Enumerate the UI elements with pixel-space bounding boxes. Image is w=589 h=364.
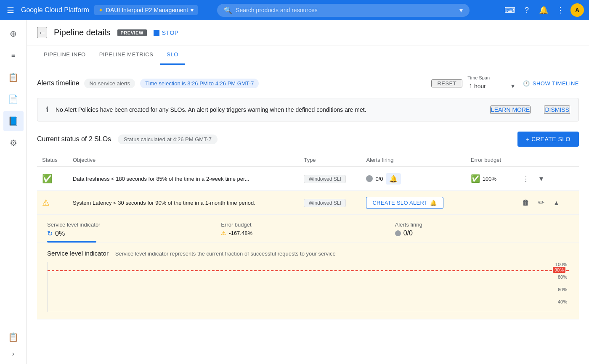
info-banner: ℹ No Alert Policies have been created fo… bbox=[37, 98, 579, 121]
top-nav: ☰ Google Cloud Platform ✦ DAUI Interpod … bbox=[0, 0, 589, 20]
menu-icon[interactable]: ☰ bbox=[5, 3, 16, 17]
tab-pipeline-info[interactable]: PIPELINE INFO bbox=[37, 45, 93, 65]
reset-button[interactable]: RESET bbox=[431, 79, 462, 87]
time-span-chevron-icon: ▾ bbox=[511, 82, 515, 90]
preview-badge: PREVIEW bbox=[117, 29, 147, 36]
back-button[interactable]: ← bbox=[37, 27, 47, 38]
row2-actions-cell: 🗑 ✏ ▴ bbox=[514, 191, 579, 215]
sidebar-item-target[interactable]: ⊕ bbox=[3, 24, 24, 44]
row2-delete-button[interactable]: 🗑 bbox=[519, 196, 533, 209]
stop-button[interactable]: STOP bbox=[154, 29, 179, 36]
project-dot: ✦ bbox=[98, 7, 103, 13]
row1-gray-circle bbox=[366, 175, 373, 182]
row2-collapse-button[interactable]: ▴ bbox=[549, 196, 563, 209]
row1-type-cell: Windowed SLI bbox=[299, 167, 361, 191]
slo-expanded-metrics-row: Service level indicator ↻ 0% Error budge… bbox=[37, 215, 579, 243]
create-slo-button[interactable]: + CREATE SLO bbox=[517, 132, 579, 147]
tab-slo[interactable]: SLO bbox=[160, 45, 185, 65]
help-icon[interactable]: ? bbox=[520, 3, 533, 17]
alerts-firing-value-text: 0/0 bbox=[403, 229, 413, 237]
row1-budget-ok-icon: ✅ bbox=[471, 174, 480, 183]
search-icon: 🔍 bbox=[224, 6, 232, 14]
sidebar-item-document[interactable]: 📋 bbox=[3, 67, 24, 87]
threshold-line bbox=[48, 270, 569, 271]
y-label-40: 40% bbox=[558, 299, 567, 304]
row2-alerts-cell: CREATE SLO ALERT 🔔 bbox=[361, 191, 465, 215]
document-icon: 📋 bbox=[8, 72, 19, 82]
data-doc-icon: 📘 bbox=[8, 116, 19, 126]
row2-status-warn-icon: ⚠ bbox=[42, 198, 50, 207]
more-options-icon[interactable]: ⋮ bbox=[554, 3, 567, 17]
y-label-80: 80% bbox=[558, 274, 567, 280]
sidebar-item-clipboard[interactable]: 📋 bbox=[3, 327, 24, 347]
nav-actions: ⌨ ? 🔔 ⋮ A bbox=[503, 3, 584, 17]
create-slo-alert-label: CREATE SLO ALERT bbox=[372, 200, 427, 206]
row1-actions-cell: ⋮ ▾ bbox=[514, 167, 579, 191]
sidebar-bottom: 📋 › bbox=[3, 327, 24, 364]
avatar[interactable]: A bbox=[570, 3, 584, 17]
status-calculated-chip: Status calculated at 4:26 PM GMT-7 bbox=[118, 135, 218, 144]
show-timeline-label: SHOW TIMELINE bbox=[533, 80, 579, 87]
code-icon[interactable]: ⌨ bbox=[503, 3, 517, 17]
row1-alerts-cell: 0/0 🔔 bbox=[361, 167, 465, 191]
error-budget-metric-label: Error budget bbox=[221, 222, 385, 228]
create-slo-alert-bell-icon: 🔔 bbox=[430, 200, 437, 206]
search-dropdown-icon[interactable]: ▾ bbox=[459, 6, 463, 14]
learn-more-button[interactable]: LEARN MORE bbox=[490, 106, 531, 114]
hierarchy-icon: ⚙ bbox=[10, 138, 17, 148]
clipboard-icon: 📋 bbox=[8, 332, 19, 342]
search-bar[interactable]: 🔍 ▾ bbox=[217, 4, 470, 17]
notifications-icon[interactable]: 🔔 bbox=[537, 3, 550, 17]
error-budget-value-text: -167.48% bbox=[229, 230, 252, 236]
row1-bell-button[interactable]: 🔔 bbox=[386, 173, 401, 185]
project-selector[interactable]: ✦ DAUI Interpod P2 Management ▾ bbox=[94, 5, 198, 15]
col-type: Type bbox=[299, 153, 361, 167]
page-title: Pipeline details bbox=[54, 28, 111, 37]
alerts-firing-metric-value: 0/0 bbox=[395, 229, 559, 237]
row2-edit-button[interactable]: ✏ bbox=[534, 196, 548, 209]
row2-objective-cell: System Latency < 30 seconds for 90% of t… bbox=[68, 191, 299, 215]
slo-table-row-2: ⚠ System Latency < 30 seconds for 90% of… bbox=[37, 191, 579, 215]
col-actions bbox=[514, 153, 579, 167]
create-slo-alert-button[interactable]: CREATE SLO ALERT 🔔 bbox=[366, 197, 443, 209]
sli-chart-cell: Service level indicator Service level in… bbox=[37, 243, 579, 319]
sidebar-item-data-doc[interactable]: 📘 bbox=[3, 111, 24, 131]
sli-metric-section: Service level indicator ↻ 0% bbox=[47, 222, 221, 243]
sli-section-title: Service level indicator bbox=[47, 250, 109, 257]
row1-objective-text: Data freshness < 180 seconds for 85% of … bbox=[73, 176, 249, 182]
time-span-container: Time Span 1 hour ▾ bbox=[467, 75, 518, 91]
sli-value-text: 0% bbox=[55, 230, 65, 237]
y-label-100: 100% bbox=[555, 262, 567, 267]
time-selection-chip: Time selection is 3:26 PM to 4:26 PM GMT… bbox=[140, 79, 259, 88]
show-timeline-button[interactable]: 🕐 SHOW TIMELINE bbox=[523, 80, 579, 87]
slo-table: Status Objective Type Alerts firing Erro… bbox=[37, 153, 579, 319]
expanded-metrics-cell: Service level indicator ↻ 0% Error budge… bbox=[37, 215, 579, 243]
time-span-label: Time Span bbox=[467, 75, 490, 80]
target-icon: ⊕ bbox=[10, 29, 17, 39]
sidebar-expand-button[interactable]: › bbox=[3, 347, 24, 361]
dismiss-button[interactable]: DISMISS bbox=[544, 106, 570, 114]
col-alerts: Alerts firing bbox=[361, 153, 465, 167]
alerts-firing-dot bbox=[395, 230, 401, 236]
row2-objective-text: System Latency < 30 seconds for 90% of t… bbox=[73, 200, 255, 206]
search-input[interactable] bbox=[236, 7, 456, 13]
stop-icon bbox=[154, 30, 159, 36]
sidebar-item-list[interactable]: ≡ bbox=[3, 45, 24, 66]
sidebar-item-hierarchy[interactable]: ⚙ bbox=[3, 133, 24, 153]
tab-pipeline-metrics[interactable]: PIPELINE METRICS bbox=[93, 45, 160, 65]
sidebar-item-file[interactable]: 📄 bbox=[3, 89, 24, 109]
row1-status-cell: ✅ bbox=[37, 167, 68, 191]
row1-expand-button[interactable]: ▾ bbox=[534, 172, 548, 185]
sli-metric-label: Service level indicator bbox=[47, 222, 211, 228]
expanded-metrics: Service level indicator ↻ 0% Error budge… bbox=[37, 215, 579, 243]
y-label-60: 60% bbox=[558, 287, 567, 292]
error-budget-warn-icon: ⚠ bbox=[221, 229, 226, 236]
sli-cycle-icon: ↻ bbox=[47, 229, 53, 237]
time-span-select[interactable]: 1 hour ▾ bbox=[467, 81, 518, 91]
stop-label: STOP bbox=[162, 29, 179, 36]
alerts-timeline-title: Alerts timeline bbox=[37, 79, 79, 87]
row2-type-badge: Windowed SLI bbox=[304, 199, 345, 207]
row2-budget-cell bbox=[466, 191, 514, 215]
col-status: Status bbox=[37, 153, 68, 167]
row1-more-button[interactable]: ⋮ bbox=[519, 172, 533, 185]
